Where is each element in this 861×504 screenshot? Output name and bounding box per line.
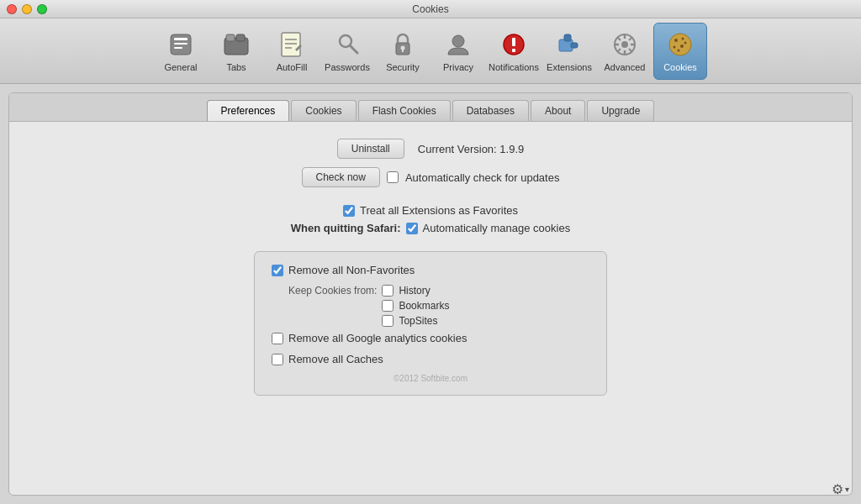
remove-caches-row: Remove all Caches: [272, 353, 589, 365]
content-area: Preferences Cookies Flash Cookies Databa…: [0, 84, 861, 504]
svg-rect-3: [174, 47, 182, 49]
tab-bar: Preferences Cookies Flash Cookies Databa…: [9, 93, 852, 122]
svg-point-36: [673, 46, 676, 49]
minimize-button[interactable]: [22, 4, 32, 14]
svg-line-32: [618, 49, 621, 52]
passwords-label: Passwords: [325, 62, 370, 72]
maximize-button[interactable]: [37, 4, 47, 14]
svg-point-37: [680, 45, 684, 48]
treat-extensions-label: Treat all Extensions as Favorites: [360, 204, 518, 217]
update-row: Check now Automatically check for update…: [43, 167, 818, 187]
svg-rect-1: [174, 38, 188, 40]
auto-manage-label: Automatically manage cookies: [423, 222, 571, 234]
general-icon: [166, 29, 196, 60]
svg-point-16: [452, 35, 464, 47]
treat-extensions-row: Treat all Extensions as Favorites: [343, 204, 518, 217]
toolbar-item-privacy[interactable]: Privacy: [431, 23, 485, 80]
tab-cookies[interactable]: Cookies: [291, 100, 356, 121]
window-title: Cookies: [412, 3, 448, 15]
auto-manage-row: When quitting Safari: Automatically mana…: [291, 222, 570, 234]
security-icon: [388, 29, 418, 60]
remove-google-label: Remove all Google analytics cookies: [288, 332, 467, 344]
remove-non-favorites-row: Remove all Non-Favorites: [272, 264, 589, 276]
tab-upgrade[interactable]: Upgrade: [587, 100, 654, 121]
source-bookmarks-row: Bookmarks: [382, 300, 449, 312]
topsites-checkbox[interactable]: [382, 315, 394, 327]
treat-extensions-checkbox[interactable]: [343, 205, 355, 217]
tab-flash-cookies[interactable]: Flash Cookies: [358, 100, 451, 121]
svg-line-30: [629, 49, 632, 52]
remove-caches-checkbox[interactable]: [272, 354, 283, 365]
auto-manage-checkbox[interactable]: [406, 223, 418, 234]
bookmarks-label: Bookmarks: [399, 300, 449, 312]
toolbar-item-tabs[interactable]: Tabs: [209, 23, 263, 80]
autofill-label: AutoFill: [277, 62, 308, 72]
toolbar-item-extensions[interactable]: Extensions: [542, 23, 596, 80]
options-section: Treat all Extensions as Favorites When q…: [43, 204, 818, 234]
remove-google-row: Remove all Google analytics cookies: [272, 332, 589, 344]
gear-arrow-icon: ▾: [845, 485, 849, 494]
svg-rect-19: [512, 49, 515, 52]
svg-point-34: [674, 39, 678, 42]
auto-check-checkbox[interactable]: [387, 171, 399, 183]
remove-google-checkbox[interactable]: [272, 333, 283, 344]
toolbar-item-advanced[interactable]: Advanced: [598, 23, 652, 80]
svg-point-35: [682, 38, 684, 40]
remove-caches-label: Remove all Caches: [288, 353, 383, 365]
main-panel: Preferences Cookies Flash Cookies Databa…: [8, 92, 853, 496]
tab-databases[interactable]: Databases: [452, 100, 529, 121]
advanced-label: Advanced: [605, 62, 646, 72]
keep-cookies-label: Keep Cookies from:: [288, 285, 377, 297]
svg-rect-6: [236, 34, 245, 41]
toolbar: General Tabs AutoFill: [0, 18, 861, 84]
svg-line-31: [629, 38, 632, 41]
when-quitting-label: When quitting Safari:: [291, 222, 401, 234]
toolbar-item-security[interactable]: Security: [376, 23, 430, 80]
tab-preferences[interactable]: Preferences: [207, 100, 290, 121]
svg-point-33: [669, 34, 691, 55]
remove-non-favorites-label: Remove all Non-Favorites: [288, 264, 415, 276]
source-history-row: History: [382, 285, 449, 297]
gear-icon[interactable]: ⚙: [832, 481, 843, 497]
toolbar-item-cookies[interactable]: Cookies: [653, 23, 707, 80]
keep-sources: History Bookmarks TopSites: [382, 285, 449, 327]
advanced-icon: [610, 29, 640, 60]
autofill-icon: [277, 29, 307, 60]
notifications-icon: [499, 29, 529, 60]
preferences-panel: Uninstall Current Version: 1.9.9 Check n…: [9, 122, 852, 412]
svg-point-38: [684, 42, 687, 45]
svg-line-12: [350, 45, 357, 53]
toolbar-item-passwords[interactable]: Passwords: [320, 23, 374, 80]
svg-point-24: [621, 41, 628, 48]
notifications-label: Notifications: [489, 62, 539, 72]
close-button[interactable]: [7, 4, 17, 14]
uninstall-button[interactable]: Uninstall: [337, 139, 404, 159]
svg-rect-21: [571, 43, 578, 48]
bottom-bar: ⚙ ▾: [832, 481, 849, 497]
svg-rect-22: [564, 34, 571, 41]
tab-about[interactable]: About: [531, 100, 585, 121]
title-bar: Cookies: [0, 0, 861, 18]
privacy-icon: [443, 29, 473, 60]
extensions-label: Extensions: [547, 62, 592, 72]
extensions-icon: [554, 29, 584, 60]
cookies-label: Cookies: [663, 62, 697, 72]
toolbar-item-notifications[interactable]: Notifications: [487, 23, 541, 80]
window-controls[interactable]: [7, 4, 47, 14]
svg-rect-18: [512, 38, 515, 46]
keep-cookies-section: Keep Cookies from: History Bookmarks: [288, 285, 589, 327]
check-now-button[interactable]: Check now: [302, 167, 380, 187]
toolbar-item-autofill[interactable]: AutoFill: [265, 23, 319, 80]
passwords-icon: [332, 29, 362, 60]
toolbar-item-general[interactable]: General: [154, 23, 208, 80]
source-topsites-row: TopSites: [382, 315, 449, 327]
watermark: ©2012 Softbite.com: [272, 374, 589, 383]
privacy-label: Privacy: [443, 62, 473, 72]
auto-check-label: Automatically check for updates: [405, 171, 560, 184]
svg-point-14: [401, 46, 405, 50]
svg-rect-2: [174, 43, 188, 45]
remove-non-favorites-checkbox[interactable]: [272, 265, 283, 276]
version-text: Current Version: 1.9.9: [418, 143, 524, 155]
bookmarks-checkbox[interactable]: [382, 300, 394, 312]
history-checkbox[interactable]: [382, 285, 394, 297]
